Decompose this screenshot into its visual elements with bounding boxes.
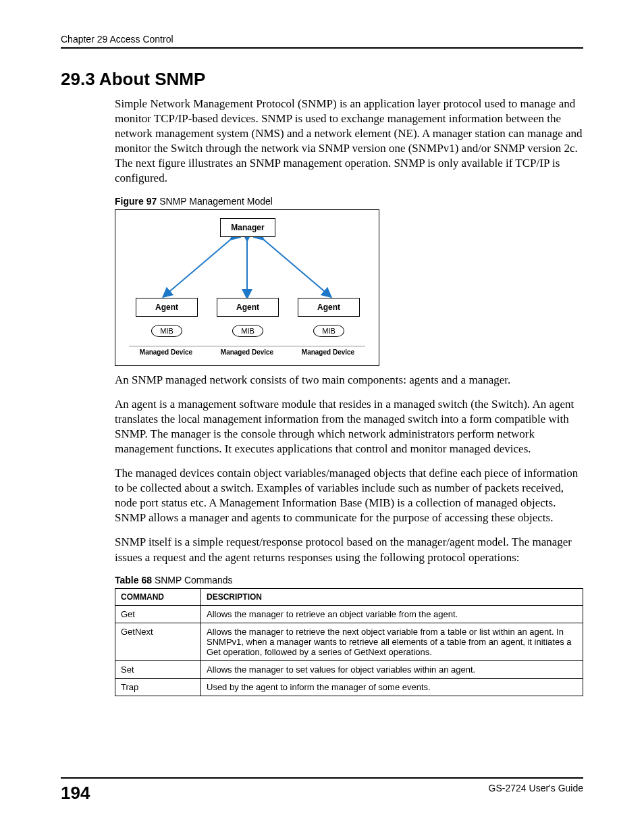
- table-row: GetNext Allows the manager to retrieve t…: [115, 623, 583, 660]
- managed-device-label: Managed Device: [129, 348, 203, 356]
- table-row: Trap Used by the agent to inform the man…: [115, 678, 583, 696]
- agent-node: Agent: [298, 298, 360, 317]
- paragraph-5: SNMP itself is a simple request/response…: [115, 535, 583, 565]
- mib-node: MIB: [313, 325, 344, 337]
- table-number: Table 68: [115, 575, 152, 585]
- managed-device-label: Managed Device: [210, 348, 284, 356]
- snmp-commands-table: COMMAND DESCRIPTION Get Allows the manag…: [115, 588, 583, 696]
- page-footer: 194 GS-2724 User's Guide: [61, 777, 583, 804]
- managed-device-label: Managed Device: [291, 348, 365, 356]
- page-header: Chapter 29 Access Control: [61, 34, 583, 49]
- agent-node: Agent: [136, 298, 198, 317]
- mib-node: MIB: [151, 325, 182, 337]
- table-row: Set Allows the manager to set values for…: [115, 660, 583, 678]
- table-title: SNMP Commands: [152, 575, 233, 585]
- figure-title: SNMP Management Model: [157, 196, 273, 207]
- col-command: COMMAND: [115, 588, 201, 605]
- desc-cell: Allows the manager to retrieve the next …: [201, 623, 583, 660]
- figure-caption: Figure 97 SNMP Management Model: [115, 196, 583, 207]
- mib-node: MIB: [232, 325, 263, 337]
- svg-line-0: [166, 237, 234, 294]
- table-row: Get Allows the manager to retrieve an ob…: [115, 605, 583, 623]
- chapter-label: Chapter 29 Access Control: [61, 34, 173, 45]
- figure-snmp-model: Manager Agent Agent Agent MIB MIB MIB Ma…: [115, 209, 379, 366]
- cmd-cell: Trap: [115, 678, 201, 696]
- agent-node: Agent: [217, 298, 279, 317]
- cmd-cell: Get: [115, 605, 201, 623]
- cmd-cell: Set: [115, 660, 201, 678]
- svg-line-2: [261, 237, 328, 294]
- guide-name: GS-2724 User's Guide: [489, 783, 583, 793]
- col-description: DESCRIPTION: [201, 588, 583, 605]
- page-number: 194: [61, 783, 90, 804]
- paragraph-3: An agent is a management software module…: [115, 397, 583, 457]
- section-heading: 29.3 About SNMP: [61, 69, 583, 90]
- desc-cell: Used by the agent to inform the manager …: [201, 678, 583, 696]
- desc-cell: Allows the manager to set values for obj…: [201, 660, 583, 678]
- figure-number: Figure 97: [115, 196, 157, 207]
- desc-cell: Allows the manager to retrieve an object…: [201, 605, 583, 623]
- paragraph-4: The managed devices contain object varia…: [115, 466, 583, 525]
- table-header-row: COMMAND DESCRIPTION: [115, 588, 583, 605]
- paragraph-2: An SNMP managed network consists of two …: [115, 373, 583, 388]
- paragraph-1: Simple Network Management Protocol (SNMP…: [115, 97, 583, 186]
- cmd-cell: GetNext: [115, 623, 201, 660]
- table-caption: Table 68 SNMP Commands: [115, 575, 583, 585]
- manager-node: Manager: [220, 218, 275, 237]
